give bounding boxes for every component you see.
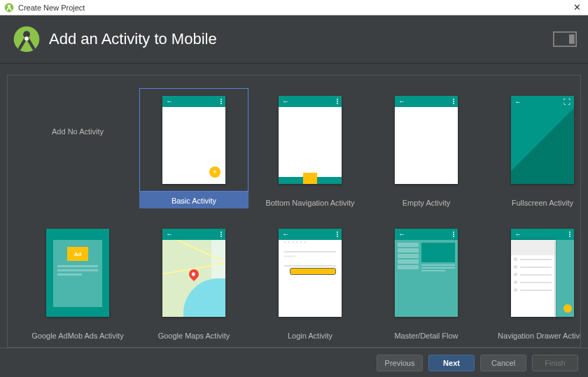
template-label: Google Maps Activity [158, 332, 230, 340]
template-thumbnail: ← [372, 88, 481, 192]
template-thumbnail: ← [255, 88, 365, 192]
previous-button[interactable]: Previous [377, 355, 423, 371]
template-option-admob[interactable]: AdGoogle AdMob Ads Activity [23, 221, 132, 341]
template-label: Fullscreen Activity [512, 199, 573, 207]
wizard-header: Add an Activity to Mobile [0, 15, 588, 64]
device-form-factor-icon [553, 31, 577, 48]
content-area: Add No Activity←+Basic Activity←Bottom N… [0, 64, 588, 348]
template-option-empty[interactable]: ←Empty Activity [372, 88, 481, 208]
template-thumbnail [23, 88, 132, 90]
template-option-maps[interactable]: ←Google Maps Activity [139, 221, 248, 341]
template-thumbnail: ←⛶ [488, 88, 581, 192]
next-button[interactable]: Next [428, 355, 475, 371]
window-titlebar: Create New Project ✕ [0, 0, 588, 15]
template-option-drawer[interactable]: ←Navigation Drawer Activity [488, 221, 581, 341]
template-thumbnail: ←• • • • • ••••••• [255, 221, 365, 325]
template-label: Google AdMob Ads Activity [31, 332, 123, 340]
template-option-full[interactable]: ←⛶Fullscreen Activity [488, 88, 581, 208]
android-studio-logo-icon [13, 25, 41, 53]
template-label: Login Activity [288, 332, 332, 340]
wizard-footer: Previous Next Cancel Finish [0, 348, 588, 377]
template-option-bottom[interactable]: ←Bottom Navigation Activity [255, 88, 365, 208]
template-label: Empty Activity [402, 199, 450, 207]
template-thumbnail: Ad [23, 221, 132, 325]
template-label: Master/Detail Flow [394, 332, 458, 340]
page-title: Add an Activity to Mobile [49, 30, 553, 48]
cancel-button[interactable]: Cancel [480, 355, 526, 371]
template-option-login[interactable]: ←• • • • • •••••••Login Activity [255, 221, 365, 341]
template-label: Navigation Drawer Activity [498, 332, 581, 340]
template-label: Bottom Navigation Activity [265, 199, 354, 207]
template-option-basic[interactable]: ←+Basic Activity [139, 88, 248, 208]
template-option-none[interactable]: Add No Activity [23, 88, 132, 208]
template-label: Add No Activity [52, 127, 104, 136]
window-title: Create New Project [18, 3, 85, 12]
svg-point-4 [24, 36, 29, 41]
template-option-master[interactable]: ←Master/Detail Flow [372, 221, 481, 341]
template-thumbnail: ← [488, 221, 581, 325]
finish-button: Finish [532, 355, 578, 371]
template-thumbnail: ←+ [139, 88, 248, 192]
template-label: Basic Activity [172, 197, 216, 205]
template-thumbnail: ← [372, 221, 481, 325]
close-icon[interactable]: ✕ [570, 2, 584, 13]
template-thumbnail: ← [139, 221, 248, 325]
android-studio-icon [4, 3, 14, 13]
svg-rect-6 [569, 34, 575, 44]
